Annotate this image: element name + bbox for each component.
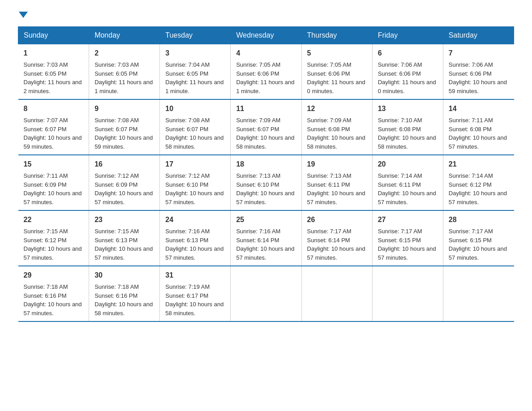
day-sunset: Sunset: 6:07 PM (236, 126, 279, 133)
day-number: 19 (307, 159, 367, 170)
calendar-day-cell: 26 Sunrise: 7:17 AM Sunset: 6:14 PM Dayl… (301, 210, 372, 266)
day-sunset: Sunset: 6:12 PM (24, 237, 67, 244)
calendar-day-cell: 30 Sunrise: 7:18 AM Sunset: 6:16 PM Dayl… (89, 266, 160, 321)
day-sunrise: Sunrise: 7:17 AM (449, 228, 493, 235)
day-daylight: Daylight: 11 hours and 1 minute. (236, 79, 294, 94)
day-sunset: Sunset: 6:07 PM (94, 126, 137, 133)
day-daylight: Daylight: 10 hours and 57 minutes. (378, 245, 436, 261)
day-sunrise: Sunrise: 7:09 AM (307, 117, 352, 124)
day-daylight: Daylight: 10 hours and 57 minutes. (449, 134, 507, 150)
calendar-header: SundayMondayTuesdayWednesdayThursdayFrid… (18, 27, 514, 44)
day-number: 20 (378, 159, 438, 170)
day-daylight: Daylight: 10 hours and 57 minutes. (24, 190, 82, 206)
calendar-day-cell: 23 Sunrise: 7:15 AM Sunset: 6:13 PM Dayl… (89, 210, 160, 266)
calendar-week-row: 1 Sunrise: 7:03 AM Sunset: 6:05 PM Dayli… (18, 44, 514, 100)
day-daylight: Daylight: 10 hours and 57 minutes. (307, 190, 365, 206)
day-daylight: Daylight: 10 hours and 59 minutes. (94, 134, 153, 150)
day-daylight: Daylight: 10 hours and 57 minutes. (236, 245, 294, 261)
day-sunset: Sunset: 6:07 PM (165, 126, 208, 133)
day-daylight: Daylight: 10 hours and 57 minutes. (378, 190, 436, 206)
day-daylight: Daylight: 10 hours and 57 minutes. (94, 245, 153, 261)
day-number: 16 (94, 159, 154, 170)
day-sunset: Sunset: 6:12 PM (449, 181, 492, 188)
calendar-day-cell: 6 Sunrise: 7:06 AM Sunset: 6:06 PM Dayli… (372, 44, 443, 100)
day-sunset: Sunset: 6:09 PM (24, 181, 67, 188)
day-daylight: Daylight: 10 hours and 59 minutes. (24, 134, 82, 150)
calendar-day-cell: 20 Sunrise: 7:14 AM Sunset: 6:11 PM Dayl… (372, 155, 443, 210)
calendar-day-cell (372, 266, 443, 321)
day-daylight: Daylight: 10 hours and 57 minutes. (24, 245, 82, 261)
day-sunrise: Sunrise: 7:11 AM (24, 172, 68, 179)
day-daylight: Daylight: 10 hours and 58 minutes. (165, 134, 223, 150)
day-sunset: Sunset: 6:15 PM (378, 237, 421, 244)
calendar-day-cell: 19 Sunrise: 7:13 AM Sunset: 6:11 PM Dayl… (301, 155, 372, 210)
day-sunrise: Sunrise: 7:17 AM (378, 228, 422, 235)
day-of-week-header: Thursday (301, 27, 372, 44)
calendar-day-cell: 5 Sunrise: 7:05 AM Sunset: 6:06 PM Dayli… (301, 44, 372, 100)
calendar-day-cell: 27 Sunrise: 7:17 AM Sunset: 6:15 PM Dayl… (372, 210, 443, 266)
day-sunrise: Sunrise: 7:05 AM (236, 61, 280, 68)
day-sunrise: Sunrise: 7:09 AM (236, 117, 280, 124)
day-daylight: Daylight: 10 hours and 58 minutes. (378, 134, 436, 150)
calendar-day-cell: 16 Sunrise: 7:12 AM Sunset: 6:09 PM Dayl… (89, 155, 160, 210)
day-sunset: Sunset: 6:08 PM (449, 126, 492, 133)
day-sunrise: Sunrise: 7:05 AM (307, 61, 352, 68)
calendar-day-cell (443, 266, 514, 321)
day-sunrise: Sunrise: 7:03 AM (94, 61, 139, 68)
day-sunrise: Sunrise: 7:07 AM (24, 117, 68, 124)
day-sunset: Sunset: 6:05 PM (165, 70, 208, 77)
day-sunset: Sunset: 6:15 PM (449, 237, 492, 244)
day-sunset: Sunset: 6:08 PM (378, 126, 421, 133)
day-number: 21 (449, 159, 509, 170)
calendar-day-cell: 18 Sunrise: 7:13 AM Sunset: 6:10 PM Dayl… (231, 155, 301, 210)
day-daylight: Daylight: 11 hours and 1 minute. (94, 79, 153, 94)
calendar-body: 1 Sunrise: 7:03 AM Sunset: 6:05 PM Dayli… (18, 44, 514, 322)
page-header (18, 13, 514, 20)
calendar-day-cell: 28 Sunrise: 7:17 AM Sunset: 6:15 PM Dayl… (443, 210, 514, 266)
calendar-day-cell: 10 Sunrise: 7:08 AM Sunset: 6:07 PM Dayl… (160, 99, 231, 155)
day-daylight: Daylight: 11 hours and 0 minutes. (307, 79, 365, 94)
calendar-day-cell: 17 Sunrise: 7:12 AM Sunset: 6:10 PM Dayl… (160, 155, 231, 210)
day-sunrise: Sunrise: 7:16 AM (236, 228, 280, 235)
day-daylight: Daylight: 10 hours and 59 minutes. (449, 79, 507, 94)
day-number: 29 (24, 270, 84, 281)
calendar-day-cell: 22 Sunrise: 7:15 AM Sunset: 6:12 PM Dayl… (18, 210, 89, 266)
day-number: 5 (307, 48, 367, 59)
day-of-week-header: Monday (89, 27, 160, 44)
calendar-day-cell: 13 Sunrise: 7:10 AM Sunset: 6:08 PM Dayl… (372, 99, 443, 155)
day-of-week-header: Tuesday (160, 27, 231, 44)
day-daylight: Daylight: 10 hours and 58 minutes. (236, 134, 294, 150)
calendar-day-cell: 11 Sunrise: 7:09 AM Sunset: 6:07 PM Dayl… (231, 99, 301, 155)
calendar-day-cell: 14 Sunrise: 7:11 AM Sunset: 6:08 PM Dayl… (443, 99, 514, 155)
day-sunset: Sunset: 6:09 PM (94, 181, 137, 188)
day-number: 28 (449, 214, 509, 225)
day-of-week-header: Saturday (443, 27, 514, 44)
day-number: 24 (165, 214, 225, 225)
day-number: 15 (24, 159, 84, 170)
day-daylight: Daylight: 10 hours and 57 minutes. (165, 190, 223, 206)
day-number: 6 (378, 48, 438, 59)
day-daylight: Daylight: 10 hours and 57 minutes. (236, 190, 294, 206)
calendar-day-cell: 15 Sunrise: 7:11 AM Sunset: 6:09 PM Dayl… (18, 155, 89, 210)
calendar-day-cell: 3 Sunrise: 7:04 AM Sunset: 6:05 PM Dayli… (160, 44, 231, 100)
day-sunrise: Sunrise: 7:18 AM (94, 283, 139, 290)
logo-triangle-icon (19, 12, 28, 18)
day-sunset: Sunset: 6:06 PM (378, 70, 421, 77)
calendar-day-cell: 24 Sunrise: 7:16 AM Sunset: 6:13 PM Dayl… (160, 210, 231, 266)
day-sunset: Sunset: 6:05 PM (94, 70, 137, 77)
calendar-day-cell (231, 266, 301, 321)
day-sunrise: Sunrise: 7:08 AM (165, 117, 210, 124)
calendar-day-cell: 29 Sunrise: 7:18 AM Sunset: 6:16 PM Dayl… (18, 266, 89, 321)
day-sunset: Sunset: 6:13 PM (94, 237, 137, 244)
day-sunrise: Sunrise: 7:10 AM (378, 117, 422, 124)
day-sunrise: Sunrise: 7:04 AM (165, 61, 210, 68)
day-number: 4 (236, 48, 296, 59)
day-number: 2 (94, 48, 154, 59)
day-number: 11 (236, 103, 296, 114)
day-sunset: Sunset: 6:10 PM (165, 181, 208, 188)
day-daylight: Daylight: 10 hours and 57 minutes. (307, 245, 365, 261)
calendar-day-cell: 1 Sunrise: 7:03 AM Sunset: 6:05 PM Dayli… (18, 44, 89, 100)
day-number: 14 (449, 103, 509, 114)
day-daylight: Daylight: 10 hours and 57 minutes. (24, 301, 82, 317)
calendar-week-row: 29 Sunrise: 7:18 AM Sunset: 6:16 PM Dayl… (18, 266, 514, 321)
